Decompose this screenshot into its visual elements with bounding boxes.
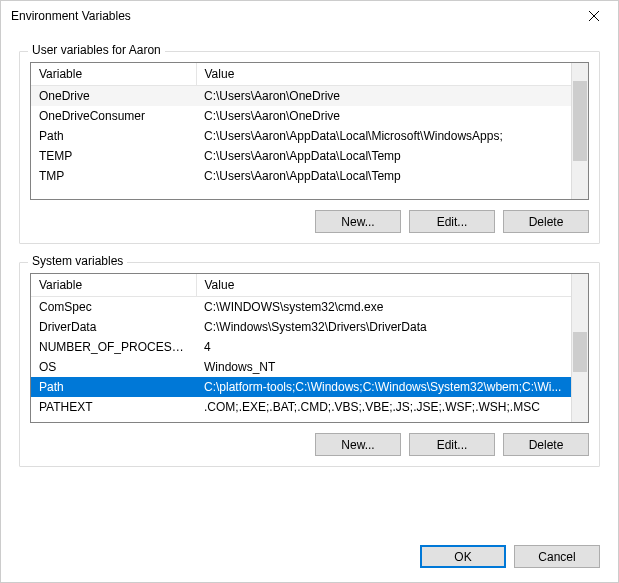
user-col-header-value[interactable]: Value bbox=[196, 63, 571, 86]
close-button[interactable] bbox=[571, 2, 616, 30]
ok-button[interactable]: OK bbox=[420, 545, 506, 568]
var-value: C:\Users\Aaron\AppData\Local\Microsoft\W… bbox=[196, 126, 571, 146]
user-col-header-variable[interactable]: Variable bbox=[31, 63, 196, 86]
scrollbar-thumb[interactable] bbox=[573, 81, 587, 161]
content-area: User variables for Aaron Variable Value bbox=[1, 31, 618, 539]
var-name: TMP bbox=[31, 166, 196, 186]
user-variables-table-wrap: Variable Value OneDrive C:\Users\Aaron\O… bbox=[30, 62, 589, 200]
system-variables-legend: System variables bbox=[28, 254, 127, 268]
var-name: Path bbox=[31, 126, 196, 146]
var-value: C:\Windows\System32\Drivers\DriverData bbox=[196, 317, 571, 337]
var-value: C:\WINDOWS\system32\cmd.exe bbox=[196, 297, 571, 318]
user-variables-group: User variables for Aaron Variable Value bbox=[19, 51, 600, 244]
var-value: C:\Users\Aaron\OneDrive bbox=[196, 86, 571, 107]
table-row[interactable]: TMP C:\Users\Aaron\AppData\Local\Temp bbox=[31, 166, 571, 186]
var-value: C:\platform-tools;C:\Windows;C:\Windows\… bbox=[196, 377, 571, 397]
user-button-row: New... Edit... Delete bbox=[30, 210, 589, 233]
sys-col-header-value[interactable]: Value bbox=[196, 274, 571, 297]
table-row[interactable]: ComSpec C:\WINDOWS\system32\cmd.exe bbox=[31, 297, 571, 318]
table-row[interactable]: OneDrive C:\Users\Aaron\OneDrive bbox=[31, 86, 571, 107]
window-title: Environment Variables bbox=[11, 9, 571, 23]
var-value: C:\Users\Aaron\AppData\Local\Temp bbox=[196, 166, 571, 186]
user-edit-button[interactable]: Edit... bbox=[409, 210, 495, 233]
sys-vertical-scrollbar[interactable] bbox=[571, 274, 588, 422]
table-row[interactable]: NUMBER_OF_PROCESSORS 4 bbox=[31, 337, 571, 357]
system-variables-table-wrap: Variable Value ComSpec C:\WINDOWS\system… bbox=[30, 273, 589, 423]
var-name: OneDrive bbox=[31, 86, 196, 107]
table-row[interactable]: PROCESSOR_ARCHITECTURE AMD64 bbox=[31, 417, 571, 422]
var-value: .COM;.EXE;.BAT;.CMD;.VBS;.VBE;.JS;.JSE;.… bbox=[196, 397, 571, 417]
sys-new-button[interactable]: New... bbox=[315, 433, 401, 456]
var-value: C:\Users\Aaron\AppData\Local\Temp bbox=[196, 146, 571, 166]
table-row[interactable]: Path C:\Users\Aaron\AppData\Local\Micros… bbox=[31, 126, 571, 146]
var-name: Path bbox=[31, 377, 196, 397]
var-value: 4 bbox=[196, 337, 571, 357]
var-value: AMD64 bbox=[196, 417, 571, 422]
dialog-button-row: OK Cancel bbox=[1, 539, 618, 582]
environment-variables-dialog: Environment Variables User variables for… bbox=[0, 0, 619, 583]
sys-edit-button[interactable]: Edit... bbox=[409, 433, 495, 456]
var-name: OneDriveConsumer bbox=[31, 106, 196, 126]
var-name: OS bbox=[31, 357, 196, 377]
var-name: PATHEXT bbox=[31, 397, 196, 417]
var-name: DriverData bbox=[31, 317, 196, 337]
var-value: Windows_NT bbox=[196, 357, 571, 377]
var-name: NUMBER_OF_PROCESSORS bbox=[31, 337, 196, 357]
user-new-button[interactable]: New... bbox=[315, 210, 401, 233]
table-row[interactable]: OS Windows_NT bbox=[31, 357, 571, 377]
table-row[interactable]: Path C:\platform-tools;C:\Windows;C:\Win… bbox=[31, 377, 571, 397]
table-row[interactable]: DriverData C:\Windows\System32\Drivers\D… bbox=[31, 317, 571, 337]
user-delete-button[interactable]: Delete bbox=[503, 210, 589, 233]
table-row[interactable]: OneDriveConsumer C:\Users\Aaron\OneDrive bbox=[31, 106, 571, 126]
sys-col-header-variable[interactable]: Variable bbox=[31, 274, 196, 297]
table-row[interactable]: TEMP C:\Users\Aaron\AppData\Local\Temp bbox=[31, 146, 571, 166]
var-name: ComSpec bbox=[31, 297, 196, 318]
table-row[interactable]: PATHEXT .COM;.EXE;.BAT;.CMD;.VBS;.VBE;.J… bbox=[31, 397, 571, 417]
close-icon bbox=[589, 11, 599, 21]
user-variables-legend: User variables for Aaron bbox=[28, 43, 165, 57]
user-vertical-scrollbar[interactable] bbox=[571, 63, 588, 199]
var-value: C:\Users\Aaron\OneDrive bbox=[196, 106, 571, 126]
sys-delete-button[interactable]: Delete bbox=[503, 433, 589, 456]
cancel-button[interactable]: Cancel bbox=[514, 545, 600, 568]
sys-button-row: New... Edit... Delete bbox=[30, 433, 589, 456]
system-variables-table[interactable]: Variable Value ComSpec C:\WINDOWS\system… bbox=[31, 274, 571, 422]
titlebar: Environment Variables bbox=[1, 1, 618, 31]
user-variables-table[interactable]: Variable Value OneDrive C:\Users\Aaron\O… bbox=[31, 63, 571, 186]
system-variables-group: System variables Variable Value bbox=[19, 262, 600, 467]
scrollbar-thumb[interactable] bbox=[573, 332, 587, 372]
var-name: PROCESSOR_ARCHITECTURE bbox=[31, 417, 196, 422]
var-name: TEMP bbox=[31, 146, 196, 166]
